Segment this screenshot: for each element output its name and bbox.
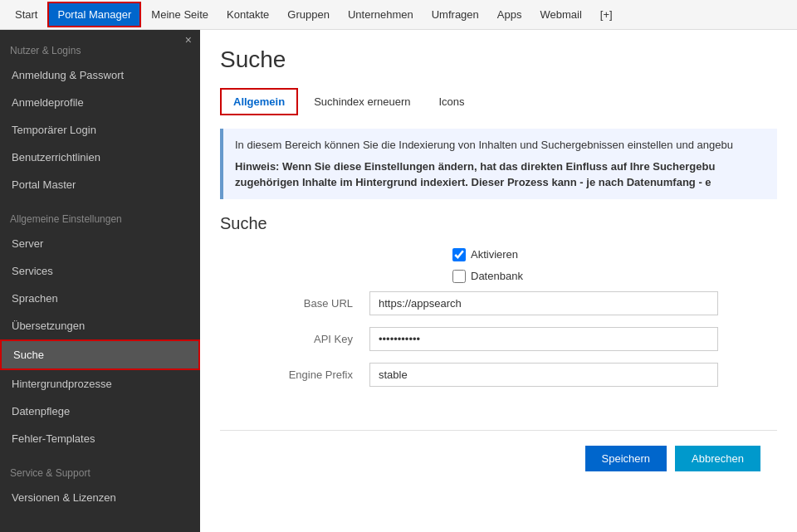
base-url-label: Base URL xyxy=(220,297,353,310)
sidebar-section-service: Service & Support xyxy=(0,452,200,484)
search-form: Aktivieren Datenbank Base URL API Key En… xyxy=(220,248,777,415)
sidebar: × Nutzer & Logins Anmeldung & Passwort A… xyxy=(0,30,200,532)
nav-apps[interactable]: Apps xyxy=(489,3,531,26)
sidebar-item-sprachen[interactable]: Sprachen xyxy=(0,285,200,312)
aktivieren-checkbox[interactable] xyxy=(452,248,466,261)
aktivieren-label: Aktivieren xyxy=(471,248,518,261)
nav-unternehmen[interactable]: Unternehmen xyxy=(340,3,422,26)
datenbank-row: Datenbank xyxy=(452,270,777,283)
engine-prefix-row: Engine Prefix xyxy=(220,363,777,387)
nav-kontakte[interactable]: Kontakte xyxy=(218,3,277,26)
nav-meine-seite[interactable]: Meine Seite xyxy=(143,3,217,26)
nav-plus[interactable]: [+] xyxy=(592,3,621,26)
section-title: Suche xyxy=(220,214,777,233)
nav-webmail[interactable]: Webmail xyxy=(531,3,589,26)
tab-bar: Allgemein Suchindex erneuern Icons xyxy=(220,88,777,115)
api-key-label: API Key xyxy=(220,333,353,345)
sidebar-item-anmeldeprofile[interactable]: Anmeldeprofile xyxy=(0,89,200,116)
sidebar-item-datenpflege[interactable]: Datenpflege xyxy=(0,398,200,425)
sidebar-item-temporaerer-login[interactable]: Temporärer Login xyxy=(0,116,200,144)
sidebar-item-services[interactable]: Services xyxy=(0,257,200,285)
info-box: In diesem Bereich können Sie die Indexie… xyxy=(220,129,777,199)
sidebar-section-nutzer: Nutzer & Logins xyxy=(0,30,200,61)
sidebar-item-portal-master[interactable]: Portal Master xyxy=(0,171,200,198)
nav-portal-manager[interactable]: Portal Manager xyxy=(47,2,141,27)
sidebar-item-suche[interactable]: Suche xyxy=(0,339,200,370)
sidebar-item-versionen[interactable]: Versionen & Lizenzen xyxy=(0,484,200,511)
datenbank-label: Datenbank xyxy=(471,270,523,282)
tab-suchindex[interactable]: Suchindex erneuern xyxy=(301,89,423,115)
main-layout: × Nutzer & Logins Anmeldung & Passwort A… xyxy=(0,30,797,532)
nav-start[interactable]: Start xyxy=(7,3,46,26)
sidebar-item-fehler-templates[interactable]: Fehler-Templates xyxy=(0,425,200,452)
cancel-button[interactable]: Abbrechen xyxy=(675,446,760,471)
save-button[interactable]: Speichern xyxy=(585,446,667,471)
engine-prefix-input[interactable] xyxy=(369,363,718,387)
sidebar-item-benutzerrichtlinien[interactable]: Benutzerrichtlinien xyxy=(0,144,200,171)
api-key-input[interactable] xyxy=(369,327,718,351)
sidebar-item-uebersetzungen[interactable]: Übersetzungen xyxy=(0,312,200,339)
sidebar-item-anmeldung[interactable]: Anmeldung & Passwort xyxy=(0,61,200,89)
form-divider xyxy=(220,430,777,431)
api-key-row: API Key xyxy=(220,327,777,351)
nav-umfragen[interactable]: Umfragen xyxy=(423,3,487,26)
tab-allgemein[interactable]: Allgemein xyxy=(220,88,298,115)
sidebar-close-button[interactable]: × xyxy=(185,33,192,46)
base-url-input[interactable] xyxy=(369,291,718,315)
sidebar-item-hintergrundprozesse[interactable]: Hintergrundprozesse xyxy=(0,370,200,398)
engine-prefix-label: Engine Prefix xyxy=(220,368,353,381)
aktivieren-row: Aktivieren xyxy=(452,248,777,261)
tab-icons[interactable]: Icons xyxy=(426,89,477,115)
base-url-row: Base URL xyxy=(220,291,777,315)
main-content-area: Suche Allgemein Suchindex erneuern Icons… xyxy=(200,30,797,532)
page-title: Suche xyxy=(220,46,777,73)
info-text: In diesem Bereich können Sie die Indexie… xyxy=(235,137,765,154)
action-buttons: Speichern Abbrechen xyxy=(220,446,777,471)
datenbank-checkbox[interactable] xyxy=(452,270,466,283)
sidebar-item-server[interactable]: Server xyxy=(0,230,200,257)
warning-text: Hinweis: Wenn Sie diese Einstellungen än… xyxy=(235,159,765,191)
sidebar-section-allgemeine: Allgemeine Einstellungen xyxy=(0,198,200,230)
top-navigation: Start Portal Manager Meine Seite Kontakt… xyxy=(0,0,797,30)
nav-gruppen[interactable]: Gruppen xyxy=(279,3,338,26)
